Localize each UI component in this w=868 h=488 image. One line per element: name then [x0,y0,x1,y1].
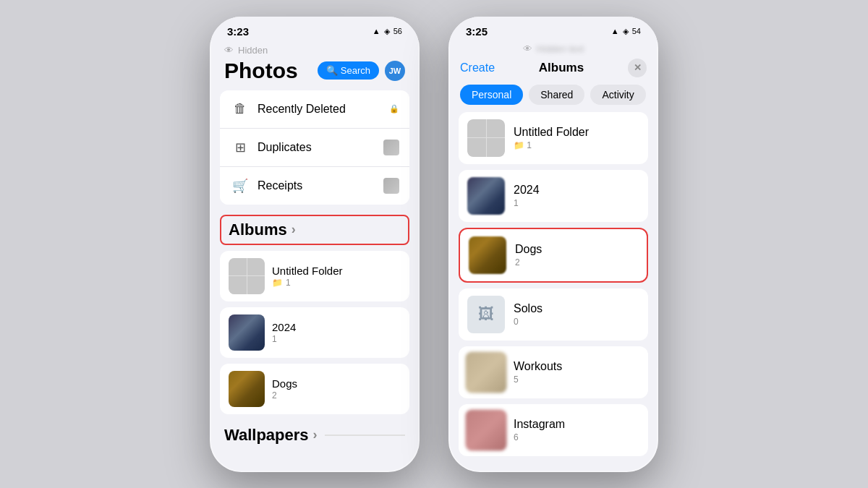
right-solos-count: 0 [514,317,639,327]
right-status-bar: 3:25 ▲ ◈ 54 [448,17,658,42]
wallpapers-title: Wallpapers [224,426,309,445]
right-workouts-count: 5 [514,374,639,385]
duplicates-item[interactable]: ⊞ Duplicates [220,129,409,167]
right-dogs-count: 2 [515,257,638,267]
right-hidden-bar: 👁 Hidden text [448,42,658,56]
album-untitled-folder[interactable]: Untitled Folder 📁 1 [220,251,409,301]
wifi-icon: ◈ [384,27,390,36]
recently-deleted-label: Recently Deleted [258,103,382,116]
right-instagram-info: Instagram 6 [514,418,639,442]
right-folder-thumbnail [467,119,505,157]
right-album-2024[interactable]: 2024 1 [459,170,648,222]
album-dogs[interactable]: Dogs 2 [220,364,409,414]
search-icon: 🔍 [326,65,338,76]
left-phone: 3:23 ▲ ◈ 56 👁 Hidden Photos 🔍 Search JW [210,17,420,472]
album-2024[interactable]: 2024 1 [220,307,409,358]
album-untitled-info: Untitled Folder 📁 1 [272,265,401,288]
wallpapers-divider [325,435,405,436]
right-instagram-name: Instagram [514,418,639,431]
right-hidden-label: Hidden text [537,43,584,54]
right-instagram-thumbnail [465,409,506,450]
segment-personal[interactable]: Personal [460,85,523,105]
header-actions: 🔍 Search JW [318,61,405,81]
right-year-thumbnail [467,177,505,215]
photo-icon: 🖼 [478,305,494,324]
album-dogs-count: 2 [272,390,401,401]
right-album-list: Untitled Folder 📁 1 2024 1 [448,112,658,462]
right-solos-thumbnail: 🖼 [467,296,505,333]
folder-cell-2 [247,258,265,276]
photos-title: Photos [224,59,298,83]
close-button[interactable]: ✕ [628,59,647,77]
right-album-untitled[interactable]: Untitled Folder 📁 1 [459,112,648,164]
duplicates-label: Duplicates [258,141,376,154]
right-time: 3:25 [466,25,488,38]
right-2024-name: 2024 [514,184,639,197]
right-workouts-name: Workouts [514,360,639,373]
segment-shared[interactable]: Shared [529,85,584,105]
right-album-solos[interactable]: 🖼 Solos 0 [459,288,648,341]
left-photos-header: Photos 🔍 Search JW [210,57,420,90]
right-status-icons: ▲ ◈ 54 [611,27,641,36]
album-2024-name: 2024 [272,321,401,333]
create-button[interactable]: Create [460,61,495,74]
right-dogs-name: Dogs [515,243,638,256]
album-untitled-name: Untitled Folder [272,265,401,277]
right-workouts-info: Workouts 5 [514,360,639,385]
album-2024-count: 1 [272,334,401,344]
folder-cell-1 [229,258,247,276]
signal-icon: ▲ [373,27,380,35]
left-album-list: Untitled Folder 📁 1 2024 1 [220,251,409,414]
right-instagram-count: 6 [514,432,639,442]
right-battery-icon: 54 [632,27,641,35]
right-eye-slash-icon: 👁 [523,43,532,54]
right-folder-cell-1 [467,119,486,138]
dogs-thumbnail [229,371,265,407]
right-folder-cell-4 [487,138,506,157]
right-folder-cell-2 [487,119,506,138]
lock-icon: 🔒 [389,104,399,114]
right-folder-grid [467,119,505,157]
albums-modal-header: Create Albums ✕ [448,56,658,85]
wallpapers-section-header[interactable]: Wallpapers › [210,420,420,448]
albums-title: Albums [229,221,287,239]
albums-modal-title: Albums [539,61,584,75]
receipts-item[interactable]: 🛒 Receipts [220,167,409,205]
hidden-label: Hidden [238,45,268,56]
right-album-workouts[interactable]: Workouts 5 [459,346,648,398]
receipts-label: Receipts [258,179,376,192]
recently-deleted-item[interactable]: 🗑 Recently Deleted 🔒 [220,90,409,129]
segment-bar: Personal Shared Activity [448,85,658,112]
trash-icon: 🗑 [230,99,250,119]
right-album-instagram[interactable]: Instagram 6 [459,404,648,456]
wallpapers-chevron: › [313,427,318,442]
right-dogs-info: Dogs 2 [515,243,638,267]
left-status-bar: 3:23 ▲ ◈ 56 [210,17,420,42]
right-untitled-count: 📁 1 [514,140,639,150]
album-dogs-name: Dogs [272,377,401,390]
duplicate-icon: ⊞ [230,137,250,158]
album-2024-info: 2024 1 [272,321,401,344]
folder-icon-small: 📁 [272,278,283,288]
albums-section-header[interactable]: Albums › [220,215,409,245]
segment-activity[interactable]: Activity [590,85,645,105]
right-dogs-thumbnail [469,236,506,274]
right-2024-info: 2024 1 [514,184,639,208]
avatar[interactable]: JW [385,61,405,81]
left-hidden-bar: 👁 Hidden [210,42,420,57]
year-thumbnail [229,314,265,351]
right-untitled-info: Untitled Folder 📁 1 [514,126,639,150]
search-label: Search [341,65,370,76]
left-time: 3:23 [227,25,249,38]
search-button[interactable]: 🔍 Search [318,61,379,80]
right-phone: 3:25 ▲ ◈ 54 👁 Hidden text Create Albums … [448,17,658,472]
right-2024-count: 1 [514,198,639,208]
right-wifi-icon: ◈ [623,27,629,36]
utility-list: 🗑 Recently Deleted 🔒 ⊞ Duplicates 🛒 Rece… [220,90,409,205]
right-album-dogs[interactable]: Dogs 2 [459,228,648,283]
left-status-icons: ▲ ◈ 56 [373,27,402,36]
duplicates-badge [383,140,399,155]
right-untitled-name: Untitled Folder [514,126,639,139]
album-dogs-info: Dogs 2 [272,377,401,401]
right-solos-info: Solos 0 [514,302,639,327]
